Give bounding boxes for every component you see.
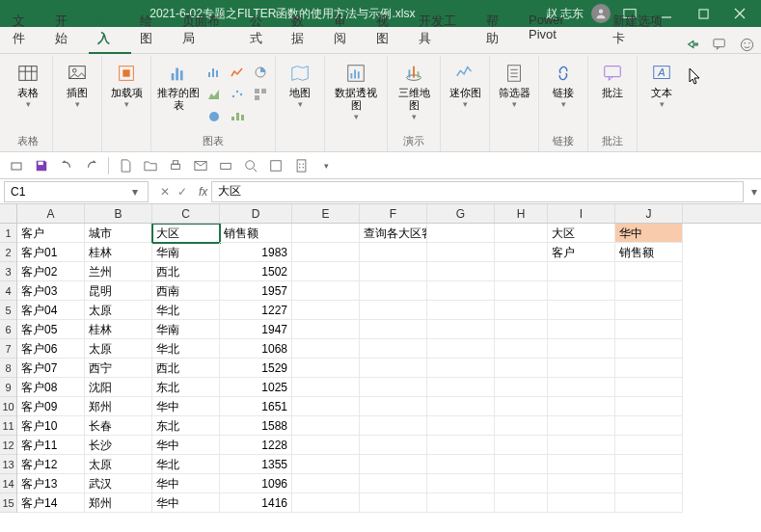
cell-A9[interactable]: 客户08 — [17, 378, 85, 397]
cell-B4[interactable]: 昆明 — [85, 281, 152, 301]
cell-I14[interactable] — [548, 474, 615, 493]
cell-H5[interactable] — [495, 301, 548, 320]
tab-公式[interactable]: 公式 — [241, 8, 284, 53]
cell-F1[interactable]: 查询各大区客户及销售数据 — [360, 224, 427, 243]
tab-Power Pivot[interactable]: Power Pivot — [520, 8, 604, 53]
cancel-formula-icon[interactable]: ✕ — [160, 185, 170, 199]
cell-E6[interactable] — [292, 320, 360, 339]
cell-E15[interactable] — [292, 493, 360, 513]
cell-J12[interactable] — [615, 436, 683, 455]
cell-D7[interactable]: 1068 — [220, 339, 292, 359]
cell-I10[interactable] — [548, 397, 615, 416]
row-header-12[interactable]: 12 — [0, 436, 16, 455]
cell-H8[interactable] — [495, 359, 548, 378]
spell-icon[interactable] — [265, 155, 286, 176]
name-box[interactable]: C1▾ — [4, 181, 149, 202]
cell-A10[interactable]: 客户09 — [17, 397, 85, 416]
cell-E7[interactable] — [292, 339, 360, 359]
cell-C7[interactable]: 华北 — [152, 339, 220, 359]
cell-D9[interactable]: 1025 — [220, 378, 292, 397]
cell-B5[interactable]: 太原 — [85, 301, 152, 320]
cell-D13[interactable]: 1355 — [220, 455, 292, 474]
cell-C11[interactable]: 东北 — [152, 416, 220, 436]
row-header-14[interactable]: 14 — [0, 474, 16, 493]
cell-H4[interactable] — [495, 281, 548, 301]
chevron-down-icon[interactable]: ▾ — [128, 185, 142, 199]
cell-G9[interactable] — [427, 378, 495, 397]
cell-G15[interactable] — [427, 493, 495, 513]
cell-B9[interactable]: 沈阳 — [85, 378, 152, 397]
cell-I12[interactable] — [548, 436, 615, 455]
cell-A6[interactable]: 客户05 — [17, 320, 85, 339]
col-header-F[interactable]: F — [360, 204, 427, 223]
cell-C3[interactable]: 西北 — [152, 262, 220, 281]
cell-E2[interactable] — [292, 243, 360, 262]
cell-J11[interactable] — [615, 416, 683, 436]
cell-J2[interactable]: 销售额 — [615, 243, 683, 262]
cell-D4[interactable]: 1957 — [220, 281, 292, 301]
row-header-4[interactable]: 4 — [0, 281, 16, 301]
tab-开发工具[interactable]: 开发工具 — [410, 8, 477, 53]
chart-bar-icon[interactable] — [204, 62, 225, 83]
chart-line-icon[interactable] — [227, 62, 248, 83]
formula-bar[interactable]: 大区 — [211, 181, 744, 202]
comments-icon[interactable] — [711, 36, 728, 53]
row-header-13[interactable]: 13 — [0, 455, 16, 474]
tab-页面布局[interactable]: 页面布局 — [174, 8, 241, 53]
chart-more-icon[interactable] — [250, 84, 271, 105]
cell-I7[interactable] — [548, 339, 615, 359]
new-icon[interactable] — [115, 155, 136, 176]
row-header-3[interactable]: 3 — [0, 262, 16, 281]
sparkline-button[interactable]: 迷你图▾ — [445, 60, 485, 111]
row-header-7[interactable]: 7 — [0, 339, 16, 359]
col-header-I[interactable]: I — [548, 204, 615, 223]
cell-F2[interactable] — [360, 243, 427, 262]
cell-E5[interactable] — [292, 301, 360, 320]
cell-G7[interactable] — [427, 339, 495, 359]
cell-D11[interactable]: 1588 — [220, 416, 292, 436]
col-header-B[interactable]: B — [85, 204, 152, 223]
col-header-J[interactable]: J — [615, 204, 683, 223]
cell-C12[interactable]: 华中 — [152, 436, 220, 455]
cell-G2[interactable] — [427, 243, 495, 262]
row-header-8[interactable]: 8 — [0, 359, 16, 378]
cell-H15[interactable] — [495, 493, 548, 513]
map-button[interactable]: 地图▾ — [280, 60, 320, 111]
cell-G3[interactable] — [427, 262, 495, 281]
cell-A3[interactable]: 客户02 — [17, 262, 85, 281]
pivotchart-button[interactable]: 数据透视图▾ — [329, 60, 383, 123]
maximize-button[interactable] — [686, 2, 720, 25]
accept-formula-icon[interactable]: ✓ — [177, 185, 187, 199]
cell-A7[interactable]: 客户06 — [17, 339, 85, 359]
cell-B7[interactable]: 太原 — [85, 339, 152, 359]
cell-D1[interactable]: 销售额 — [220, 224, 292, 243]
cell-D5[interactable]: 1227 — [220, 301, 292, 320]
cell-J4[interactable] — [615, 281, 683, 301]
cell-J10[interactable] — [615, 397, 683, 416]
cell-A8[interactable]: 客户07 — [17, 359, 85, 378]
cell-I5[interactable] — [548, 301, 615, 320]
tab-开始[interactable]: 开始 — [46, 8, 89, 53]
cell-J13[interactable] — [615, 455, 683, 474]
tab-审阅[interactable]: 审阅 — [325, 8, 367, 53]
col-header-E[interactable]: E — [292, 204, 360, 223]
preview-icon[interactable] — [240, 155, 261, 176]
tab-数据[interactable]: 数据 — [283, 8, 325, 53]
row-header-11[interactable]: 11 — [0, 416, 16, 436]
cell-E13[interactable] — [292, 455, 360, 474]
chart-scatter-icon[interactable] — [227, 84, 248, 105]
cell-E4[interactable] — [292, 281, 360, 301]
cell-J5[interactable] — [615, 301, 683, 320]
cell-C6[interactable]: 华南 — [152, 320, 220, 339]
cell-B2[interactable]: 桂林 — [85, 243, 152, 262]
cell-J7[interactable] — [615, 339, 683, 359]
cell-C4[interactable]: 西南 — [152, 281, 220, 301]
chart-combo-icon[interactable] — [204, 106, 225, 127]
row-header-9[interactable]: 9 — [0, 378, 16, 397]
cell-B14[interactable]: 武汉 — [85, 474, 152, 493]
cell-I1[interactable]: 大区 — [548, 224, 615, 243]
cell-F3[interactable] — [360, 262, 427, 281]
cell-D12[interactable]: 1228 — [220, 436, 292, 455]
cell-B12[interactable]: 长沙 — [85, 436, 152, 455]
cell-H1[interactable] — [495, 224, 548, 243]
